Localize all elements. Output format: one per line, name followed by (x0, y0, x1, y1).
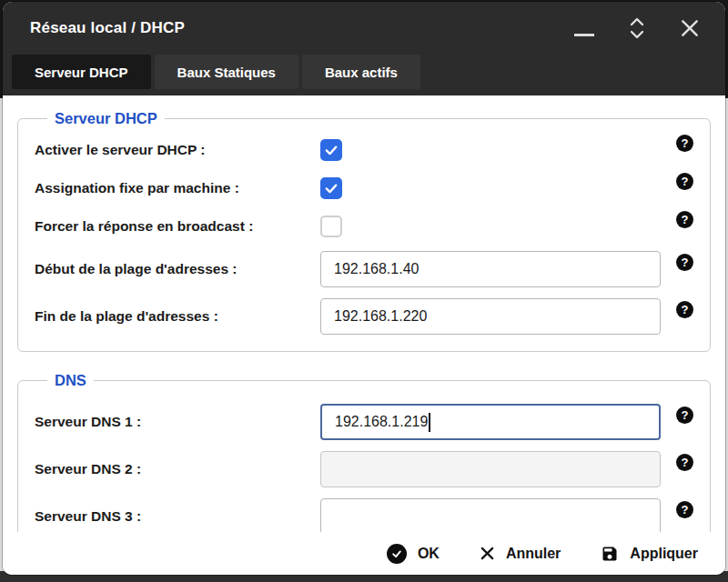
close-icon (679, 17, 701, 39)
dns2-input[interactable] (320, 451, 661, 487)
tab-serveur-dhcp[interactable]: Serveur DHCP (12, 55, 151, 89)
text-cursor (429, 413, 430, 432)
row-enable-dhcp: Activer le serveur DHCP : ? (35, 131, 693, 169)
help-icon[interactable]: ? (676, 501, 693, 518)
help-icon[interactable]: ? (676, 135, 693, 152)
minimize-icon (574, 34, 594, 36)
row-dns1: Serveur DNS 1 : 192.168.1.219 ? (35, 398, 693, 446)
check-icon (323, 180, 339, 196)
dns3-input[interactable] (320, 498, 661, 532)
dns-fieldset: DNS Serveur DNS 1 : 192.168.1.219 ? Serv… (17, 372, 711, 532)
ok-button[interactable]: OK (387, 544, 440, 564)
tab-bar: Serveur DHCP Baux Statiques Baux actifs (12, 55, 725, 89)
range-end-value: 192.168.1.220 (334, 308, 427, 325)
dns3-label: Serveur DNS 3 : (35, 508, 320, 525)
dhcp-fieldset: Serveur DHCP Activer le serveur DHCP : ?… (17, 110, 711, 352)
dns1-label: Serveur DNS 1 : (35, 414, 320, 430)
row-fixed-assignment: Assignation fixe par machine : ? (35, 169, 693, 207)
window-controls (572, 15, 702, 42)
footer-bar: OK Annuler Appliquer (3, 532, 725, 575)
dhcp-legend: Serveur DHCP (47, 110, 165, 127)
apply-button[interactable]: Appliquer (601, 545, 698, 563)
dhcp-dialog: Réseau local / DHCP (3, 2, 725, 575)
fixed-assignment-checkbox[interactable] (320, 177, 342, 199)
range-start-value: 192.168.1.40 (334, 261, 419, 277)
range-end-label: Fin de la plage d'adresses : (35, 308, 320, 325)
cancel-label: Annuler (506, 546, 561, 562)
row-dns2: Serveur DNS 2 : ? (35, 446, 693, 493)
close-button[interactable] (678, 15, 702, 42)
help-icon[interactable]: ? (676, 406, 693, 424)
help-icon[interactable]: ? (676, 211, 693, 228)
minimize-button[interactable] (572, 15, 596, 42)
help-icon[interactable]: ? (676, 301, 693, 318)
range-start-label: Début de la plage d'adresses : (35, 261, 320, 277)
fixed-assignment-label: Assignation fixe par machine : (35, 180, 320, 196)
range-end-input[interactable]: 192.168.1.220 (320, 298, 661, 335)
help-icon[interactable]: ? (676, 173, 693, 190)
cancel-button[interactable]: Annuler (480, 546, 561, 562)
help-icon[interactable]: ? (676, 254, 693, 271)
dns-legend: DNS (47, 372, 94, 389)
dialog-title: Réseau local / DHCP (30, 19, 572, 37)
force-broadcast-checkbox[interactable] (320, 216, 342, 237)
ok-label: OK (418, 546, 440, 562)
row-range-start: Début de la plage d'adresses : 192.168.1… (35, 246, 693, 293)
dialog-body: Serveur DHCP Activer le serveur DHCP : ?… (3, 95, 725, 532)
dialog-header: Réseau local / DHCP (3, 2, 725, 95)
tab-baux-statiques[interactable]: Baux Statiques (155, 55, 298, 89)
apply-label: Appliquer (630, 546, 698, 562)
unfold-icon (628, 15, 646, 41)
tab-baux-actifs[interactable]: Baux actifs (302, 55, 420, 89)
row-dns3: Serveur DNS 3 : ? (35, 493, 693, 532)
range-start-input[interactable]: 192.168.1.40 (320, 251, 661, 287)
check-icon (323, 142, 339, 158)
save-icon (601, 545, 619, 563)
row-range-end: Fin de la plage d'adresses : 192.168.1.2… (35, 293, 693, 340)
dns1-input[interactable]: 192.168.1.219 (320, 404, 661, 440)
enable-dhcp-checkbox[interactable] (320, 139, 342, 161)
title-bar: Réseau local / DHCP (3, 2, 725, 55)
cancel-x-icon (480, 546, 495, 561)
enable-dhcp-label: Activer le serveur DHCP : (35, 142, 320, 158)
help-icon[interactable]: ? (676, 454, 693, 471)
dns1-value: 192.168.1.219 (335, 414, 428, 430)
dns2-label: Serveur DNS 2 : (35, 461, 320, 477)
row-force-broadcast: Forcer la réponse en broadcast : ? (35, 207, 693, 246)
force-broadcast-label: Forcer la réponse en broadcast : (35, 218, 320, 235)
resize-button[interactable] (625, 15, 649, 42)
ok-check-icon (387, 544, 407, 564)
